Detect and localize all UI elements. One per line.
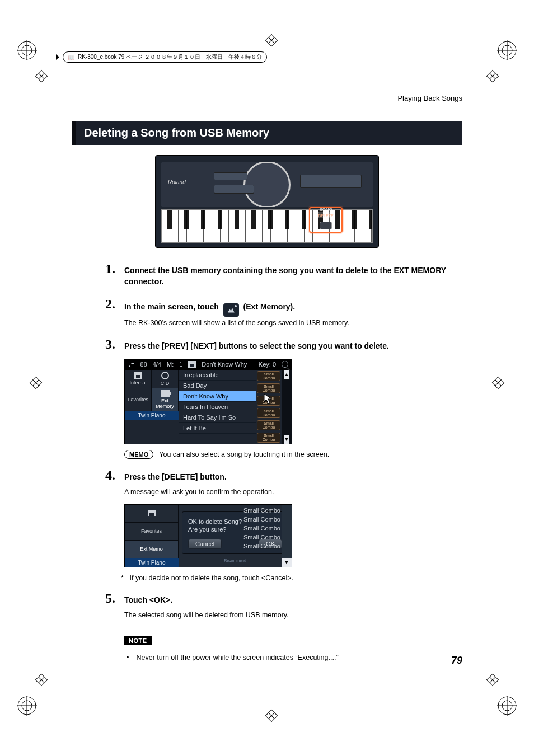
track-list: Irreplaceable Bad Day Don't Know Why Tea… — [179, 370, 256, 444]
step-body: The selected song will be deleted from U… — [124, 610, 462, 621]
confirm-dialog-screen: ▼ Small Combo Small Combo Small Combo Sm… — [124, 504, 292, 567]
note-text: Never turn off the power while the scree… — [136, 654, 338, 661]
step-heading-pre: In the main screen, touch — [124, 302, 221, 311]
step-heading: In the main screen, touch (Ext Memory). — [124, 300, 462, 313]
step-number: 1. — [105, 261, 115, 276]
svg-marker-16 — [264, 394, 271, 403]
step-3: 3. Press the [PREV] [NEXT] buttons to se… — [124, 340, 462, 458]
panel-box-icon — [300, 175, 362, 188]
tab-label: Ext Memory — [156, 398, 174, 409]
tab-favorites[interactable]: Favorites — [125, 523, 179, 541]
step-heading: Touch <OK>. — [124, 594, 462, 605]
scroll-down-icon[interactable]: ▼ — [284, 435, 289, 444]
step-footnote: * If you decide not to delete the song, … — [121, 574, 462, 582]
registration-mark-br — [497, 696, 517, 716]
memo-text: You can also select a song by touching i… — [159, 450, 329, 458]
now-playing: Don't Know Why — [202, 361, 247, 368]
tab-label: C D — [161, 381, 170, 386]
prepress-header-text: RK-300_e.book 79 ページ ２００８年９月１０日 水曜日 午後４時… — [78, 53, 262, 61]
tab-internal[interactable] — [125, 505, 179, 523]
asterisk-icon: * — [121, 574, 128, 582]
step-heading: Press the [PREV] [NEXT] buttons to selec… — [124, 340, 462, 351]
highlight-label: SONG — [310, 207, 341, 212]
list-item-selected[interactable]: Don't Know Why — [179, 391, 256, 402]
floppy-icon — [134, 372, 142, 379]
style-badge: Small Combo — [243, 516, 280, 523]
style-badge: Small Combo — [257, 383, 280, 393]
section-title: Deleting a Song from USB Memory — [72, 121, 462, 145]
twin-piano-button[interactable]: Twin Piano — [125, 558, 179, 567]
style-badge: Small Combo — [243, 543, 280, 550]
style-badges: Small Combo Small Combo Small Combo Smal… — [243, 507, 280, 550]
crop-mark-top — [265, 34, 278, 47]
style-badge: Small Combo — [257, 371, 280, 381]
tab-internal[interactable]: Internal — [125, 370, 152, 388]
step-body: A message will ask you to confirm the op… — [124, 487, 462, 497]
style-badge: Small Combo — [243, 525, 280, 532]
song-list-status-bar: ♩= 88 4/4 M: 1 Don't Know Why Key: 0 — [125, 359, 292, 370]
tab-label: Internal — [129, 380, 146, 386]
delete-physical-button-icon — [320, 222, 332, 229]
memo-label: MEMO — [124, 450, 153, 459]
tab-favorites[interactable]: Favorites — [125, 388, 152, 411]
usb-icon — [161, 390, 170, 397]
scrollbar[interactable]: ▼ — [282, 505, 292, 567]
list-item[interactable]: Hard To Say I'm So — [179, 412, 256, 423]
list-item[interactable]: Bad Day — [179, 381, 256, 391]
tab-cd[interactable]: C D — [152, 370, 179, 388]
step-number: 5. — [105, 591, 115, 606]
panel-box-icon — [214, 172, 247, 180]
crop-mark-right — [492, 376, 505, 389]
scroll-up-icon[interactable]: ▲ — [284, 370, 289, 379]
scroll-track[interactable] — [282, 505, 292, 558]
tab-label: Favorites — [128, 397, 148, 402]
style-badge: Small Combo — [243, 507, 280, 514]
registration-mark-tr — [497, 40, 517, 60]
highlight-sublabel: DELETE — [310, 214, 341, 218]
page-number: 79 — [451, 655, 462, 666]
style-badge: Small Combo — [243, 534, 280, 541]
cancel-button[interactable]: Cancel — [188, 539, 222, 549]
scroll-down-icon[interactable]: ▼ — [282, 558, 292, 567]
style-badges: Small Combo Small Combo Small Combo Smal… — [256, 370, 282, 444]
song-list-screen: ♩= 88 4/4 M: 1 Don't Know Why Key: 0 — [124, 359, 292, 444]
measure-label: M: — [167, 361, 174, 368]
twin-piano-button[interactable]: Twin Piano — [125, 411, 179, 420]
crop-mark-left — [30, 376, 43, 389]
note-block: NOTE • Never turn off the power while th… — [124, 635, 462, 661]
tab-ext-memory[interactable]: Ext Memo — [125, 541, 179, 558]
step-heading: Connect the USB memory containing the so… — [124, 265, 462, 288]
floppy-icon — [188, 361, 196, 368]
key-label: Key: — [259, 361, 271, 368]
scrollbar[interactable]: ▲ ▼ — [282, 370, 292, 444]
crop-mark-bottom — [265, 710, 278, 722]
memo: MEMO You can also select a song by touch… — [124, 450, 462, 459]
step-2: 2. In the main screen, touch (Ext Memory… — [124, 300, 462, 328]
list-item-label: Don't Know Why — [183, 393, 228, 400]
running-head: Playing Back Songs — [72, 94, 462, 102]
step-number: 3. — [105, 337, 115, 352]
bullet-icon: • — [127, 654, 134, 661]
crop-mark-inner-tr — [486, 70, 499, 83]
footnote-text: If you decide not to delete the song, to… — [129, 574, 293, 582]
magnifier-icon — [282, 361, 288, 368]
tempo-value: 88 — [140, 361, 147, 368]
step-number: 4. — [105, 468, 115, 483]
list-item[interactable]: Let It Be — [179, 423, 256, 434]
note-label: NOTE — [124, 636, 152, 645]
step-1: 1. Connect the USB memory containing the… — [124, 265, 462, 288]
brand-label: Roland — [168, 179, 186, 185]
style-badge: Small Combo — [257, 408, 280, 418]
list-item[interactable]: Tears In Heaven — [179, 402, 256, 412]
time-signature: 4/4 — [153, 361, 161, 368]
list-item[interactable]: Irreplaceable — [179, 370, 256, 381]
key-value: 0 — [273, 361, 276, 368]
step-number: 2. — [105, 297, 115, 312]
registration-mark-tl — [17, 40, 37, 60]
book-icon: 📖 — [68, 54, 74, 60]
tab-ext-memory[interactable]: Ext Memory — [152, 388, 179, 411]
measure-value: 1 — [179, 361, 182, 368]
dialog-footer-hint: Recommend — [182, 558, 288, 562]
prepress-header: 📖 RK-300_e.book 79 ページ ２００８年９月１０日 水曜日 午後… — [47, 51, 338, 63]
tempo-label: ♩= — [128, 361, 134, 368]
